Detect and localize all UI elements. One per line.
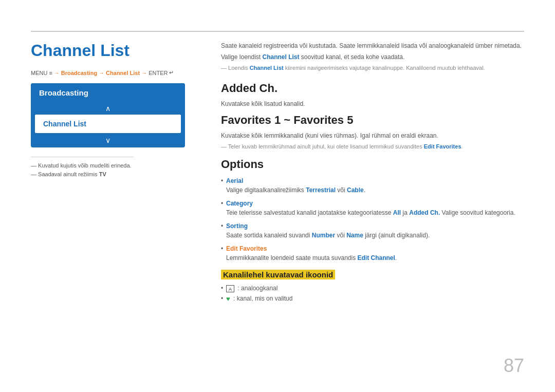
category-label: Category <box>226 200 253 207</box>
note-2: ― Saadaval ainult režiimis TV <box>31 171 190 177</box>
menu-box: Broadcasting ∧ Channel List ∨ <box>31 83 185 147</box>
right-column: Saate kanaleid registreerida või kustuta… <box>221 41 524 305</box>
left-column: Channel List MENU ≡ → Broadcasting → Cha… <box>31 41 190 180</box>
option-aerial: Aerial Valige digitaalkanalirežiimiks Te… <box>221 176 524 195</box>
enter-symbol: ↵ <box>169 69 174 76</box>
intro-note: ― Loendis Channel List kiiremini navigee… <box>221 64 524 72</box>
options-title: Options <box>221 158 524 171</box>
menu-enter: ENTER <box>149 70 168 76</box>
note-dash-1: ― <box>31 162 38 169</box>
arrow2: → <box>99 70 104 76</box>
analog-icon: A <box>226 285 234 292</box>
sorting-desc: Saate sortida kanaleid suvandi Number võ… <box>226 232 430 239</box>
icons-section-title: Kanalilehel kuvatavad ikoonid <box>221 270 335 279</box>
menu-item-broadcasting: Broadcasting <box>61 70 97 76</box>
menu-prefix: MENU <box>31 70 47 76</box>
note-dash-2: ― <box>31 171 38 177</box>
menu-symbol: ≡ <box>49 70 52 76</box>
sorting-label: Sorting <box>226 222 248 230</box>
added-ch-ref: Added Ch. <box>409 209 440 216</box>
icon-analog: A : analoogkanal <box>221 285 524 292</box>
number-ref: Number <box>312 232 335 239</box>
intro-line-2: Valige loendist Channel List soovitud ka… <box>221 52 524 62</box>
aerial-label: Aerial <box>226 177 243 184</box>
note-1: ― Kuvatud kujutis võib mudeliti erineda. <box>31 162 190 169</box>
option-category: Category Teie telerisse salvestatud kana… <box>221 199 524 217</box>
note-text-1: Kuvatud kujutis võib mudeliti erineda. <box>38 162 132 169</box>
favorites-desc: Kuvatakse kõik lemmikkanalid (kuni viies… <box>221 131 524 140</box>
added-ch-title: Added Ch. <box>221 82 524 95</box>
page-title: Channel List <box>31 41 190 60</box>
menu-item-channellist: Channel List <box>106 70 140 76</box>
all-ref: All <box>393 209 401 216</box>
edit-favorites-desc: Lemmikkanalite loendeid saate muuta suva… <box>226 254 397 262</box>
channel-list-link-2: Channel List <box>250 65 284 71</box>
channel-list-link-1: Channel List <box>263 53 300 61</box>
category-desc: Teie telerisse salvestatud kanalid jaota… <box>226 209 515 216</box>
left-divider <box>31 157 134 157</box>
aerial-desc: Valige digitaalkanalirežiimiks Terrestri… <box>226 186 365 194</box>
arrow1: → <box>54 70 60 76</box>
arrow3: → <box>141 70 147 76</box>
note-text-2: Saadaval ainult režiimis TV <box>38 171 106 177</box>
top-divider <box>31 31 524 32</box>
terrestrial-ref: Terrestrial <box>306 186 336 194</box>
menu-down-arrow: ∨ <box>31 133 185 147</box>
favorites-note: ― Teler kuvab lemmikrühmad ainult juhul,… <box>221 142 524 151</box>
options-list: Aerial Valige digitaalkanalirežiimiks Te… <box>221 176 524 263</box>
menu-selected-item[interactable]: Channel List <box>35 115 181 133</box>
option-sorting: Sorting Saate sortida kanaleid suvandi N… <box>221 221 524 240</box>
icons-section: Kanalilehel kuvatavad ikoonid A : analoo… <box>221 270 524 303</box>
heart-icon: ♥ <box>226 295 230 303</box>
menu-path: MENU ≡ → Broadcasting → Channel List → E… <box>31 69 190 76</box>
heart-desc: : kanal, mis on valitud <box>233 295 292 302</box>
page-number: 87 <box>504 355 524 377</box>
edit-favorites-ref-1: Edit Favorites <box>424 143 461 150</box>
added-ch-desc: Kuvatakse kõik lisatud kanalid. <box>221 99 524 108</box>
name-ref: Name <box>346 232 363 239</box>
option-edit-favorites: Edit Favorites Lemmikkanalite loendeid s… <box>221 244 524 263</box>
edit-favorites-label: Edit Favorites <box>226 245 267 252</box>
favorites-title: Favorites 1 ~ Favorites 5 <box>221 114 524 127</box>
icons-list: A : analoogkanal ♥ : kanal, mis on valit… <box>221 285 524 303</box>
menu-up-arrow: ∧ <box>31 102 185 115</box>
analog-desc: : analoogkanal <box>237 285 278 292</box>
icon-heart: ♥ : kanal, mis on valitud <box>221 295 524 303</box>
edit-channel-ref: Edit Channel <box>357 254 395 262</box>
cable-ref: Cable <box>347 186 364 194</box>
menu-header: Broadcasting <box>31 83 185 102</box>
intro-line-1: Saate kanaleid registreerida või kustuta… <box>221 41 524 50</box>
